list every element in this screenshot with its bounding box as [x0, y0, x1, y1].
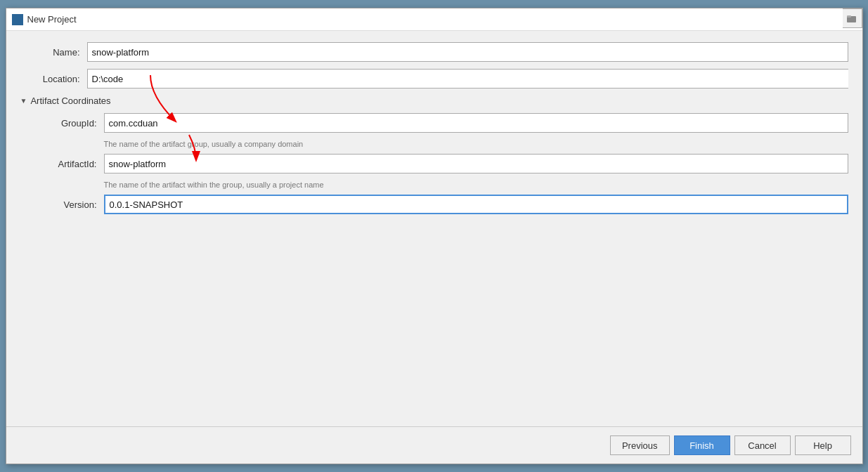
dialog-body: Name: Location: ▼ Artifact Coordinates	[6, 31, 862, 426]
location-input-wrap	[87, 69, 848, 88]
artifact-section-header: ▼ Artifact Coordinates	[20, 96, 848, 106]
groupid-hint: The name of the artifact group, usually …	[104, 140, 848, 148]
annotation-overlay	[6, 31, 862, 426]
name-input-wrap	[87, 42, 848, 62]
name-label: Name:	[20, 47, 87, 58]
version-row: Version:	[37, 195, 848, 214]
app-icon	[12, 14, 23, 25]
previous-button[interactable]: Previous	[610, 435, 670, 455]
version-input[interactable]	[104, 195, 848, 214]
artifactid-input-wrap	[104, 154, 848, 173]
finish-button[interactable]: Finish	[674, 435, 730, 455]
cancel-button[interactable]: Cancel	[734, 435, 791, 455]
new-project-dialog: New Project ✕ Name: Location:	[6, 8, 863, 464]
dialog-footer: Previous Finish Cancel Help	[6, 426, 862, 464]
location-label: Location:	[20, 74, 87, 84]
groupid-input-wrap	[104, 113, 848, 133]
groupid-row: GroupId:	[37, 113, 848, 133]
title-bar: New Project ✕	[6, 8, 862, 31]
location-input[interactable]	[87, 69, 848, 88]
artifactid-label: ArtifactId:	[37, 159, 104, 169]
artifactid-hint: The name of the artifact within the grou…	[104, 181, 848, 189]
artifact-section-title: Artifact Coordinates	[30, 96, 110, 106]
location-row: Location:	[20, 69, 848, 88]
groupid-label: GroupId:	[37, 118, 104, 129]
name-input[interactable]	[87, 42, 848, 62]
dialog-title: New Project	[27, 14, 843, 25]
version-input-wrap	[104, 195, 848, 214]
groupid-input[interactable]	[104, 113, 848, 133]
name-row: Name:	[20, 42, 848, 62]
artifactid-row: ArtifactId:	[37, 154, 848, 173]
help-button[interactable]: Help	[795, 435, 851, 455]
version-label: Version:	[37, 199, 104, 210]
collapse-arrow[interactable]: ▼	[20, 97, 27, 105]
artifact-section-body: GroupId: The name of the artifact group,…	[37, 113, 848, 214]
artifactid-input[interactable]	[104, 154, 848, 173]
